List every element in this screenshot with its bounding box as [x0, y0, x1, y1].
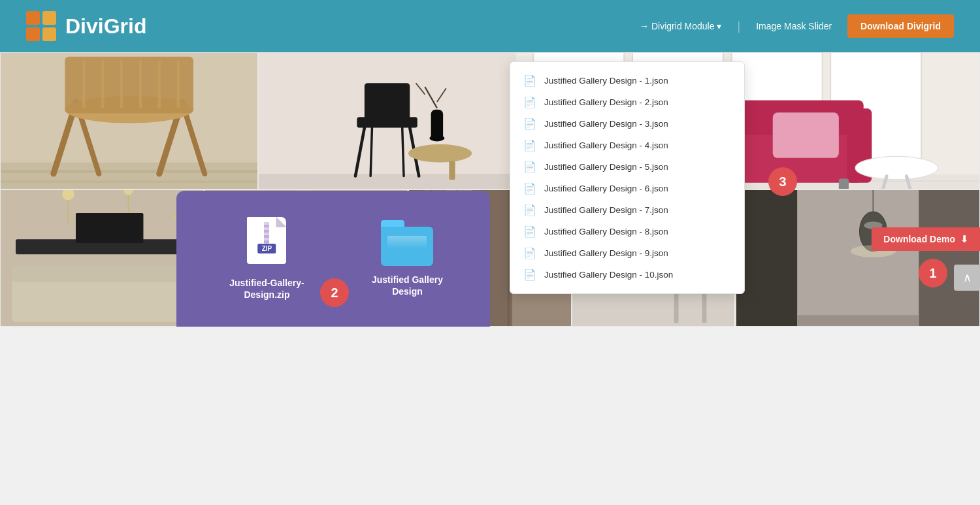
furniture-image-chair2 [259, 53, 515, 189]
site-header: DiviGrid → Divigrid Module ▾ | Image Mas… [0, 0, 980, 52]
svg-rect-44 [839, 178, 849, 189]
chevron-down-icon: ▾ [717, 21, 721, 31]
nav-divider: | [737, 20, 740, 33]
main-content: Download Demo ⬇ ∧ 1 ZIP Justified-Galler… [0, 52, 980, 327]
gallery-row-2 [0, 189, 980, 327]
gallery-cell-chair1 [0, 52, 258, 189]
folder-icon [381, 220, 433, 266]
file-item[interactable]: 📄 Justified Gallery Design - 3.json [510, 113, 744, 135]
nav-image-mask-slider[interactable]: Image Mask Slider [756, 21, 832, 31]
file-icon: 📄 [523, 225, 536, 238]
svg-rect-3 [1, 180, 257, 182]
svg-rect-2 [1, 170, 257, 173]
svg-rect-97 [919, 190, 979, 326]
file-item[interactable]: 📄 Justified Gallery Design - 10.json [510, 264, 744, 285]
file-item[interactable]: 📄 Justified Gallery Design - 7.json [510, 199, 744, 221]
svg-rect-28 [431, 110, 444, 142]
svg-line-22 [370, 127, 372, 176]
svg-line-23 [402, 127, 404, 176]
step-badge-3: 3 [768, 167, 797, 196]
file-list-popup: 📄 Justified Gallery Design - 1.json 📄 Ju… [510, 61, 745, 294]
step-badge-1: 1 [919, 259, 947, 287]
zip-file-name: Justified-Gallery-Design.zip [209, 277, 325, 301]
nav-divigrid-module[interactable]: → Divigrid Module ▾ [640, 21, 721, 31]
file-item[interactable]: 📄 Justified Gallery Design - 1.json [510, 70, 744, 91]
file-item[interactable]: 📄 Justified Gallery Design - 2.json [510, 91, 744, 113]
file-icon: 📄 [523, 74, 536, 87]
file-icon: 📄 [523, 161, 536, 173]
step-badge-2: 2 [320, 278, 349, 307]
svg-rect-56 [12, 277, 192, 322]
brand-name: DiviGrid [65, 14, 146, 39]
folder-name: Justified Gallery Design [357, 274, 457, 297]
svg-rect-26 [449, 161, 455, 180]
svg-rect-55 [76, 213, 143, 243]
file-icon: 📄 [523, 182, 536, 195]
zip-file-item[interactable]: ZIP Justified-Gallery-Design.zip [209, 217, 325, 301]
gallery-cell-living [0, 189, 204, 327]
furniture-image-living [1, 190, 203, 326]
file-item[interactable]: 📄 Justified Gallery Design - 9.json [510, 242, 744, 264]
file-icon: 📄 [523, 247, 536, 259]
logo-icon [26, 11, 56, 41]
svg-point-46 [855, 156, 938, 179]
svg-rect-57 [12, 265, 192, 282]
download-icon: ⬇ [960, 234, 968, 244]
arrow-icon: → [640, 21, 649, 31]
download-demo-label: Download Demo [883, 234, 955, 244]
svg-rect-1 [1, 163, 257, 189]
file-icon: 📄 [523, 118, 536, 130]
file-icon: 📄 [523, 204, 536, 216]
gallery-cell-pendant [736, 189, 981, 327]
svg-rect-96 [736, 190, 797, 326]
gallery-row-1 [0, 52, 980, 189]
svg-rect-18 [259, 174, 515, 189]
download-demo-button[interactable]: Download Demo ⬇ [872, 227, 980, 251]
header-nav: → Divigrid Module ▾ | Image Mask Slider … [640, 14, 954, 38]
folder-item[interactable]: Justified Gallery Design [357, 220, 457, 297]
file-icon: 📄 [523, 139, 536, 152]
svg-rect-45 [773, 112, 839, 158]
file-item[interactable]: 📄 Justified Gallery Design - 6.json [510, 178, 744, 199]
file-item[interactable]: 📄 Justified Gallery Design - 5.json [510, 156, 744, 178]
file-item[interactable]: 📄 Justified Gallery Design - 4.json [510, 135, 744, 156]
file-item[interactable]: 📄 Justified Gallery Design - 8.json [510, 221, 744, 242]
furniture-image-pendant [736, 190, 980, 326]
logo-area: DiviGrid [26, 11, 146, 41]
zip-file-icon: ZIP [244, 217, 289, 269]
svg-rect-102 [797, 315, 919, 326]
file-icon: 📄 [523, 96, 536, 108]
furniture-image-chair1 [1, 53, 257, 189]
chevron-up-icon: ∧ [963, 270, 972, 285]
svg-point-25 [408, 144, 472, 163]
svg-rect-24 [365, 83, 410, 121]
scroll-up-button[interactable]: ∧ [954, 265, 980, 291]
download-divigrid-button[interactable]: Download Divigrid [847, 14, 954, 38]
gallery-cell-chair2 [258, 52, 516, 189]
file-icon: 📄 [523, 269, 536, 281]
